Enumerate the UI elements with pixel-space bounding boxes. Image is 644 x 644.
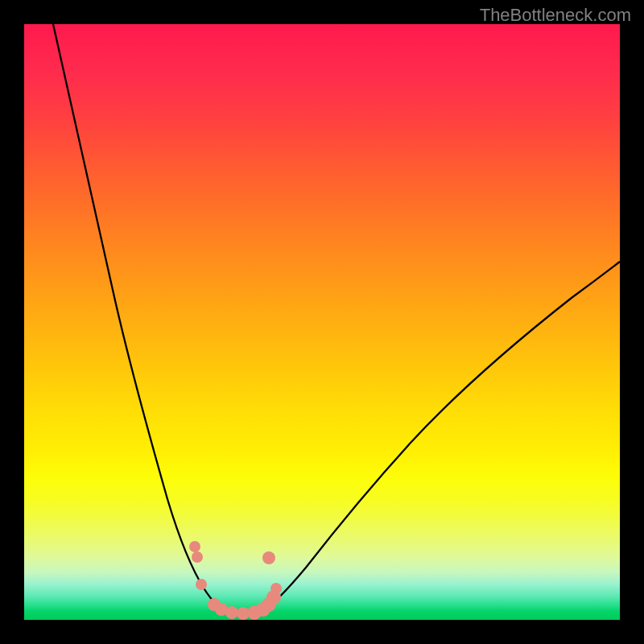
marker-dots [189,541,282,620]
watermark-text: TheBottleneck.com [480,5,631,26]
svg-point-5 [225,606,238,619]
chart-svg [24,24,620,620]
plot-area [24,24,620,620]
svg-point-11 [270,583,282,594]
left-curve [53,24,227,612]
svg-point-2 [196,579,207,590]
svg-point-0 [189,541,200,552]
right-curve [262,262,620,612]
outer-frame: TheBottleneck.com [0,0,644,644]
svg-point-12 [262,551,275,564]
svg-point-1 [192,551,203,563]
